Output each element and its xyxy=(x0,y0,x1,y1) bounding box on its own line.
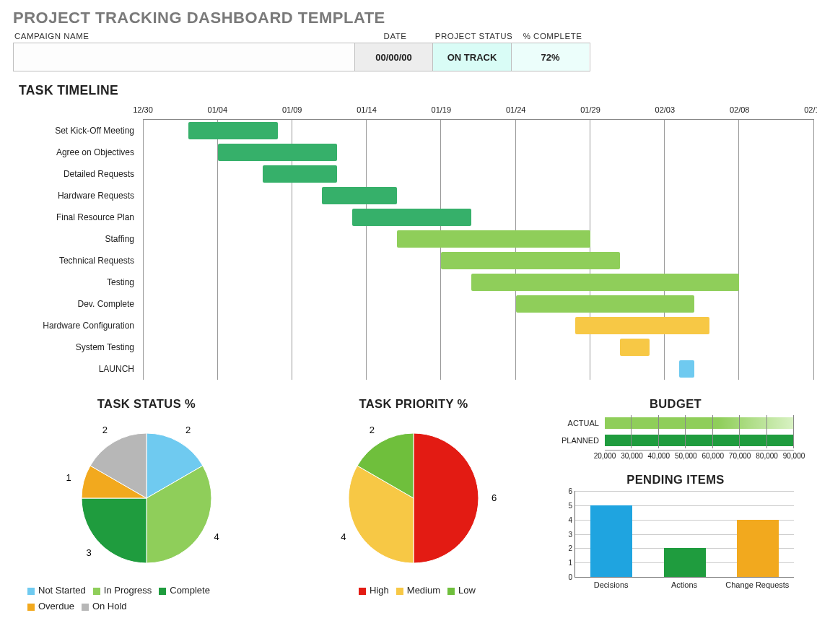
task-priority-panel: TASK PRIORITY % 642 HighMediumLow xyxy=(280,394,547,617)
gantt-tick: 02/08 xyxy=(730,105,750,114)
pending-items-xlabels: DecisionsActionsChange Requests xyxy=(574,580,794,589)
legend-swatch xyxy=(159,588,166,595)
gantt-task-row xyxy=(143,163,814,185)
gantt-task-row xyxy=(143,142,814,163)
header-labels-row: CAMPAIGN NAME DATE PROJECT STATUS % COMP… xyxy=(13,32,804,43)
legend-swatch xyxy=(359,588,366,595)
legend-item: Complete xyxy=(152,585,210,596)
pie-slice-label: 1 xyxy=(66,472,71,483)
pending-x-label: Decisions xyxy=(574,580,647,589)
label-pct-complete: % COMPLETE xyxy=(513,32,592,40)
pie-slice-label: 2 xyxy=(370,425,375,435)
legend-item: High xyxy=(351,585,389,596)
budget-tick: 30,000 xyxy=(621,452,643,460)
pie-slice xyxy=(414,433,479,563)
legend-swatch xyxy=(396,588,403,595)
pie-slice-label: 4 xyxy=(214,531,219,542)
budget-title: BUDGET xyxy=(554,397,797,411)
gantt-bar xyxy=(218,144,337,161)
gantt-tick: 01/14 xyxy=(357,105,377,114)
gantt-tick: 01/19 xyxy=(432,105,452,114)
gantt-task-row xyxy=(143,293,814,315)
gantt-bar xyxy=(322,187,396,204)
pie-slice-label: 2 xyxy=(102,425,108,435)
header-values-row: 00/00/00 ON TRACK 72% xyxy=(13,43,590,71)
gantt-bar xyxy=(679,360,694,378)
pending-y-tick: 2 xyxy=(561,544,572,552)
legend-item: Overdue xyxy=(20,601,74,612)
budget-tick: 50,000 xyxy=(675,452,697,460)
label-project-status: PROJECT STATUS xyxy=(434,32,513,40)
pie-slice-label: 3 xyxy=(86,547,91,558)
pending-bar xyxy=(737,520,779,577)
pending-bar xyxy=(590,505,632,577)
budget-tick: 20,000 xyxy=(594,452,616,460)
gantt-bar xyxy=(516,295,694,313)
task-priority-title: TASK PRIORITY % xyxy=(287,397,540,411)
task-timeline-title: TASK TIMELINE xyxy=(19,83,804,98)
gantt-task-label: Final Resource Plan xyxy=(13,206,143,228)
budget-bar xyxy=(605,435,794,446)
gantt-task-row xyxy=(143,120,814,142)
budget-tick: 60,000 xyxy=(702,452,724,460)
legend-swatch xyxy=(27,588,35,595)
pct-complete-cell[interactable]: 72% xyxy=(511,43,589,71)
gantt-tick: 01/24 xyxy=(506,105,526,114)
budget-tick: 70,000 xyxy=(729,452,751,460)
pie-slice-label: 4 xyxy=(341,531,346,542)
gantt-bar xyxy=(263,165,337,183)
pending-x-label: Actions xyxy=(647,580,720,589)
gantt-axis: 12/3001/0401/0901/1401/1901/2401/2902/03… xyxy=(143,104,814,120)
pending-bar xyxy=(664,548,706,577)
gantt-bar xyxy=(471,274,739,291)
gantt-tick: 12/30 xyxy=(133,105,153,114)
gantt-bar xyxy=(575,317,709,334)
gantt-task-row xyxy=(143,336,814,358)
gantt-tick: 01/09 xyxy=(282,105,302,114)
budget-tick: 90,000 xyxy=(783,452,805,460)
gantt-bar xyxy=(397,230,590,248)
legend-item: Medium xyxy=(389,585,440,596)
gantt-task-label: Dev. Complete xyxy=(13,293,143,315)
gantt-task-label: Set Kick-Off Meeting xyxy=(13,120,143,142)
gantt-task-row xyxy=(143,185,814,206)
gantt-task-label: Hardware Configuration xyxy=(13,315,143,336)
gantt-task-label: Technical Requests xyxy=(13,250,143,271)
label-campaign-name: CAMPAIGN NAME xyxy=(14,32,356,40)
status-cell[interactable]: ON TRACK xyxy=(432,43,511,71)
legend-swatch xyxy=(27,604,35,611)
legend-swatch xyxy=(447,588,455,595)
gantt-task-label: Hardware Requests xyxy=(13,185,143,206)
budget-row-label: ACTUAL xyxy=(554,419,605,427)
gantt-tick: 02/03 xyxy=(655,105,676,114)
pending-y-tick: 6 xyxy=(561,487,572,495)
budget-chart: ACTUALPLANNED 20,00030,00040,00050,00060… xyxy=(554,415,797,463)
gantt-task-row xyxy=(143,228,814,250)
legend-item: Low xyxy=(440,585,476,596)
budget-tick: 80,000 xyxy=(756,452,778,460)
pie-slice-label: 2 xyxy=(185,425,191,435)
pending-y-tick: 5 xyxy=(561,501,572,509)
label-date: DATE xyxy=(356,32,434,40)
gantt-task-label: Testing xyxy=(13,271,143,293)
page-title: PROJECT TRACKING DASHBOARD TEMPLATE xyxy=(13,9,804,27)
task-status-title: TASK STATUS % xyxy=(20,397,273,411)
pending-y-tick: 3 xyxy=(561,530,572,538)
task-status-panel: TASK STATUS % 24312 Not StartedIn Progre… xyxy=(13,394,280,617)
gantt-chart: 12/3001/0401/0901/1401/1901/2401/2902/03… xyxy=(13,104,804,380)
task-priority-legend: HighMediumLow xyxy=(287,583,540,599)
task-status-legend: Not StartedIn ProgressCompleteOverdueOn … xyxy=(20,583,273,614)
gantt-bar xyxy=(188,122,278,139)
gantt-bar xyxy=(620,339,650,356)
gantt-task-row xyxy=(143,271,814,293)
gantt-bar xyxy=(441,252,619,269)
gantt-task-label: Detailed Requests xyxy=(13,163,143,185)
gantt-bar xyxy=(352,209,471,226)
gantt-tick: 01/04 xyxy=(208,105,228,114)
date-cell[interactable]: 00/00/00 xyxy=(354,43,432,71)
legend-item: In Progress xyxy=(86,585,152,596)
task-priority-pie: 642 xyxy=(320,415,507,574)
budget-row: ACTUAL xyxy=(554,415,797,431)
gantt-task-row xyxy=(143,358,814,380)
campaign-name-cell[interactable] xyxy=(14,43,354,71)
